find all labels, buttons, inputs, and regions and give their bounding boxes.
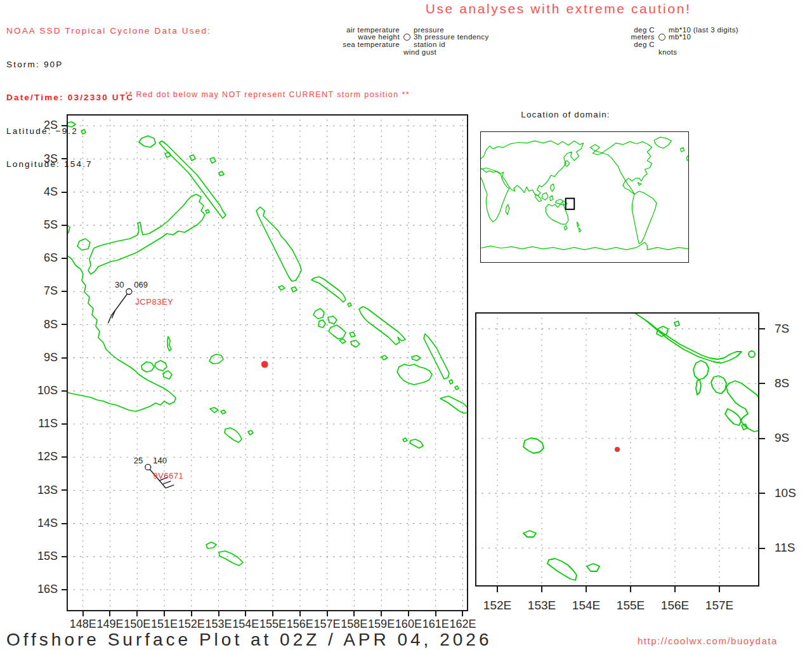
lat-tick (62, 225, 67, 226)
lon-tick-label: 155E (609, 599, 652, 613)
key-left-label: deg C (571, 41, 655, 48)
lat-tick-label: 9S (18, 351, 58, 364)
legend-row: wave height3h pressure tendency (317, 34, 489, 41)
station-id: 9V6671 (153, 471, 183, 481)
station-id: JCP83EY (135, 297, 173, 307)
lat-tick-label: 10S (775, 486, 812, 500)
station-circle-icon (403, 34, 410, 41)
lat-tick-label: 16S (18, 583, 58, 596)
lon-tick (164, 611, 165, 616)
source-url-link[interactable]: http://coolwx.com/buoydata (638, 635, 778, 646)
lat-tick (62, 258, 67, 259)
lon-tick (381, 611, 382, 616)
lat-tick-label: 7S (775, 322, 812, 336)
lat-tick-label: 11S (775, 541, 812, 555)
key-right-label: station id (414, 41, 445, 48)
zoom-map-coastlines (523, 312, 759, 580)
lat-tick-label: 8S (18, 318, 58, 331)
lat-tick-label: 6S (18, 251, 58, 265)
lon-tick (218, 611, 219, 616)
legend-row: sea temperaturestation id (317, 41, 489, 48)
lat-tick (62, 456, 67, 458)
legend-row: wind gust (317, 48, 489, 56)
lat-tick-label: 7S (18, 284, 58, 298)
data-source-label: NOAA SSD Tropical Cyclone Data Used: (6, 25, 211, 37)
lat-tick-label: 2S (18, 119, 58, 132)
lat-tick (62, 489, 67, 491)
caution-title: Use analyses with extreme caution! (381, 1, 736, 17)
main-map: 30069JCP83EY251409V6671 (67, 114, 468, 611)
lat-tick (62, 556, 67, 557)
lon-tick (136, 611, 138, 616)
storm-position-dot (615, 447, 620, 452)
lat-tick-label: 5S (18, 218, 58, 232)
units-row: knots (571, 48, 738, 56)
lat-tick (62, 125, 67, 126)
lon-tick (245, 611, 246, 616)
world-coastlines (480, 137, 689, 249)
station-plot-units-legend: deg Cmb*10 (last 3 digits)metersmb*10deg… (571, 26, 738, 55)
station-circle-icon (658, 34, 665, 41)
inset-frame (480, 131, 689, 263)
key-right-label: wind gust (403, 48, 436, 56)
lon-tick (327, 611, 328, 616)
units-row: metersmb*10 (571, 34, 738, 41)
station-pressure: 069 (134, 280, 148, 289)
station-air-temperature: 25 (134, 456, 143, 465)
key-right-label: 3h pressure tendency (414, 33, 489, 41)
lat-tick-label: 14S (18, 517, 58, 530)
key-right-label: mb*10 (669, 33, 691, 41)
lat-tick (62, 192, 67, 193)
lon-tick-label: 156E (653, 599, 697, 613)
station-plot-9V6671: 251409V6671 (134, 456, 183, 488)
key-left-label: air temperature (317, 26, 400, 34)
lat-tick (62, 324, 67, 325)
station-circle-icon (126, 289, 132, 295)
zoomed-domain-map (475, 312, 759, 587)
lat-tick (62, 523, 67, 524)
lon-tick (541, 587, 542, 592)
lat-tick-label: 12S (18, 450, 58, 463)
lon-tick-label: 154E (565, 599, 608, 613)
lat-tick-label: 4S (18, 185, 58, 199)
lat-tick-label: 11S (18, 417, 58, 430)
lat-tick-label: 10S (18, 384, 58, 397)
key-left-label: wave height (317, 33, 400, 41)
key-right-label: mb*10 (last 3 digits) (669, 26, 738, 34)
lon-tick (109, 611, 110, 616)
lat-tick-label: 3S (18, 152, 58, 166)
station-circle-icon (145, 464, 151, 470)
lon-tick (674, 587, 676, 592)
lat-tick (62, 423, 67, 425)
lat-tick (759, 493, 765, 494)
station-circle-icon (655, 34, 669, 41)
lon-tick (462, 611, 463, 616)
lat-tick (62, 158, 67, 159)
lon-tick (630, 587, 631, 592)
lat-tick-label: 8S (775, 376, 812, 390)
inset-title: Location of domain: (480, 110, 689, 119)
lon-tick (299, 611, 301, 616)
lat-tick (759, 383, 765, 384)
key-left-label: meters (571, 33, 655, 41)
offshore-surface-plot-page: { "header": { "source_label": "NOAA SSD … (0, 0, 812, 650)
lat-tick (759, 548, 765, 549)
key-right-label: knots (658, 48, 678, 56)
units-row: deg C (571, 41, 738, 48)
key-left-label: deg C (571, 26, 655, 34)
lat-tick-label: 13S (18, 484, 58, 497)
lon-tick-label: 162E (441, 618, 484, 631)
units-row: deg Cmb*10 (last 3 digits) (571, 26, 738, 34)
storm-position-warning: ** Red dot below may NOT represent CURRE… (67, 90, 468, 99)
lat-tick (759, 438, 765, 439)
station-plot-JCP83EY: 30069JCP83EY (108, 280, 173, 323)
station-plot-legend: air temperaturepressurewave height3h pre… (317, 26, 489, 55)
lat-tick (62, 291, 67, 292)
key-right-label: pressure (414, 26, 444, 34)
lat-tick-label: 15S (18, 550, 58, 563)
lon-tick (353, 611, 355, 616)
lon-tick-label: 157E (698, 599, 741, 613)
station-air-temperature: 30 (115, 280, 124, 289)
key-left-label: sea temperature (317, 41, 400, 48)
lat-tick (62, 589, 67, 590)
